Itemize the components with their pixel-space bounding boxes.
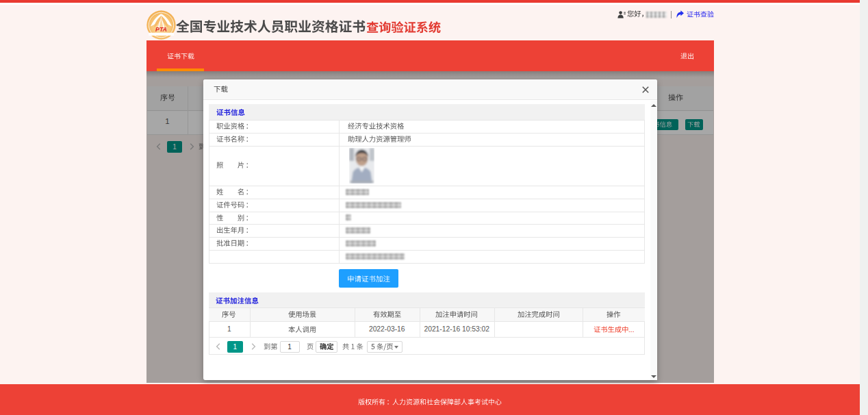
svg-text:PTA: PTA — [155, 25, 167, 32]
